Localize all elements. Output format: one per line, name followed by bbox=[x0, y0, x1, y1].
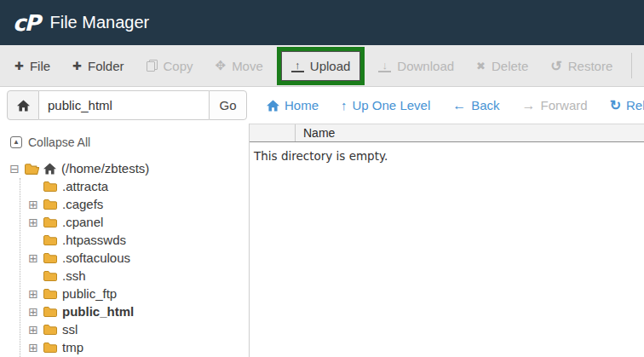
folder-icon bbox=[43, 270, 57, 281]
move-button[interactable]: Move bbox=[204, 45, 274, 86]
up-arrow-icon bbox=[341, 98, 348, 112]
delete-icon bbox=[476, 60, 486, 72]
nav-reload-label: Reload bbox=[626, 98, 644, 112]
folder-icon bbox=[43, 288, 57, 299]
file-button[interactable]: File bbox=[3, 45, 61, 86]
delete-button[interactable]: Delete bbox=[465, 45, 539, 86]
file-manager-app: cP File Manager File Folder Copy Move Up… bbox=[0, 0, 644, 357]
tree-root-row[interactable]: (/home/zbtests) bbox=[9, 159, 249, 177]
move-icon bbox=[216, 58, 227, 73]
tree-row-public-html[interactable]: public_html bbox=[9, 302, 249, 320]
delete-button-label: Delete bbox=[492, 59, 528, 73]
download-button[interactable]: Download bbox=[367, 45, 465, 86]
tree-row-ssl[interactable]: ssl bbox=[9, 320, 249, 338]
nav-back-link[interactable]: Back bbox=[441, 98, 510, 113]
nav-forward-link[interactable]: Forward bbox=[511, 98, 599, 113]
tree-row-ssh[interactable]: .ssh bbox=[9, 267, 249, 285]
toolbar: File Folder Copy Move Upload Download De… bbox=[0, 45, 644, 87]
navigation-links: Home Up One Level Back Forward Reload Se… bbox=[256, 97, 644, 113]
tree-item-label[interactable]: public_ftp bbox=[62, 286, 117, 301]
open-folder-icon bbox=[25, 163, 39, 175]
nav-back-label: Back bbox=[471, 98, 499, 112]
nav-reload-link[interactable]: Reload bbox=[599, 97, 644, 113]
reload-icon bbox=[610, 97, 621, 113]
rename-button[interactable]: Rename bbox=[640, 45, 644, 86]
copy-icon bbox=[147, 60, 158, 72]
home-icon bbox=[267, 100, 279, 112]
toolbar-divider bbox=[631, 53, 632, 78]
tree-row-cpanel[interactable]: .cpanel bbox=[9, 213, 249, 231]
home-icon bbox=[43, 163, 56, 175]
upload-icon bbox=[291, 60, 304, 72]
folder-button[interactable]: Folder bbox=[61, 45, 135, 86]
folder-icon bbox=[43, 199, 57, 210]
copy-button-label: Copy bbox=[164, 59, 193, 73]
content-area: Collapse All (/home/zbtests) .attracta bbox=[0, 124, 644, 357]
download-button-label: Download bbox=[397, 59, 454, 73]
expand-expander-icon[interactable] bbox=[27, 324, 39, 336]
directory-tree-sidebar: Collapse All (/home/zbtests) .attracta bbox=[0, 124, 249, 357]
tree-row-cagefs[interactable]: .cagefs bbox=[9, 195, 249, 213]
plus-icon bbox=[72, 60, 82, 72]
tree-item-label[interactable]: .htpasswds bbox=[62, 233, 126, 247]
download-icon bbox=[378, 60, 391, 72]
app-header: cP File Manager bbox=[0, 0, 644, 45]
collapse-all-label: Collapse All bbox=[28, 135, 90, 149]
restore-button[interactable]: Restore bbox=[539, 45, 624, 86]
file-list-panel: Name This directory is empty. bbox=[249, 124, 644, 357]
tree-item-label[interactable]: public_html bbox=[62, 304, 134, 319]
tree-item-label[interactable]: .attracta bbox=[62, 179, 108, 193]
tree-row-softaculous[interactable]: .softaculous bbox=[9, 249, 249, 267]
tree-item-label[interactable]: .softaculous bbox=[62, 250, 130, 265]
path-input-group: Go bbox=[7, 90, 247, 120]
tree-item-label[interactable]: ssl bbox=[62, 322, 78, 337]
collapse-expander-icon[interactable] bbox=[9, 163, 20, 175]
restore-icon bbox=[550, 58, 561, 74]
tree-row-tmp[interactable]: tmp bbox=[9, 338, 249, 356]
expand-expander-icon[interactable] bbox=[27, 342, 39, 354]
folder-icon bbox=[43, 324, 57, 335]
nav-up-one-level-label: Up One Level bbox=[353, 98, 431, 112]
path-input[interactable] bbox=[39, 90, 209, 120]
folder-icon bbox=[43, 234, 57, 245]
tree-item-label[interactable]: tmp bbox=[62, 340, 83, 354]
tree-row-public-ftp[interactable]: public_ftp bbox=[9, 285, 249, 302]
expand-expander-icon[interactable] bbox=[27, 288, 39, 300]
expand-expander-icon[interactable] bbox=[27, 306, 39, 318]
move-button-label: Move bbox=[232, 59, 263, 73]
nav-forward-label: Forward bbox=[541, 98, 588, 112]
empty-directory-message: This directory is empty. bbox=[250, 142, 644, 163]
folder-icon bbox=[43, 216, 57, 227]
restore-button-label: Restore bbox=[568, 59, 613, 73]
expand-expander-icon[interactable] bbox=[27, 216, 39, 228]
folder-icon bbox=[43, 342, 57, 353]
collapse-icon bbox=[10, 136, 22, 148]
expand-expander-icon[interactable] bbox=[27, 199, 39, 210]
upload-highlight-box: Upload bbox=[277, 47, 365, 85]
tree-item-label[interactable]: .cagefs bbox=[62, 197, 103, 211]
upload-button[interactable]: Upload bbox=[281, 51, 361, 81]
tree-item-label[interactable]: .cpanel bbox=[62, 215, 103, 229]
tree-root-label[interactable]: (/home/zbtests) bbox=[61, 161, 149, 176]
file-button-label: File bbox=[30, 59, 50, 73]
tree-row-htpasswds[interactable]: .htpasswds bbox=[9, 231, 249, 249]
nav-home-link[interactable]: Home bbox=[256, 98, 330, 112]
tree-row-attracta[interactable]: .attracta bbox=[9, 177, 249, 195]
file-list-header-row: Name bbox=[250, 124, 644, 142]
home-icon bbox=[17, 100, 30, 112]
expand-expander-icon[interactable] bbox=[27, 252, 39, 264]
upload-button-label: Upload bbox=[310, 59, 351, 73]
left-arrow-icon bbox=[452, 98, 466, 113]
copy-button[interactable]: Copy bbox=[135, 45, 204, 86]
nav-home-label: Home bbox=[285, 98, 319, 112]
right-arrow-icon bbox=[522, 98, 536, 113]
collapse-all-button[interactable]: Collapse All bbox=[10, 135, 249, 149]
tree-item-label[interactable]: .ssh bbox=[62, 268, 86, 283]
nav-up-one-level-link[interactable]: Up One Level bbox=[330, 98, 441, 112]
checkbox-column-header[interactable] bbox=[250, 124, 296, 141]
name-column-header[interactable]: Name bbox=[296, 126, 335, 140]
home-path-button[interactable] bbox=[7, 90, 39, 120]
folder-button-label: Folder bbox=[88, 59, 124, 73]
directory-tree: (/home/zbtests) .attracta .cagefs .cpane… bbox=[9, 159, 249, 357]
go-button[interactable]: Go bbox=[209, 90, 247, 120]
